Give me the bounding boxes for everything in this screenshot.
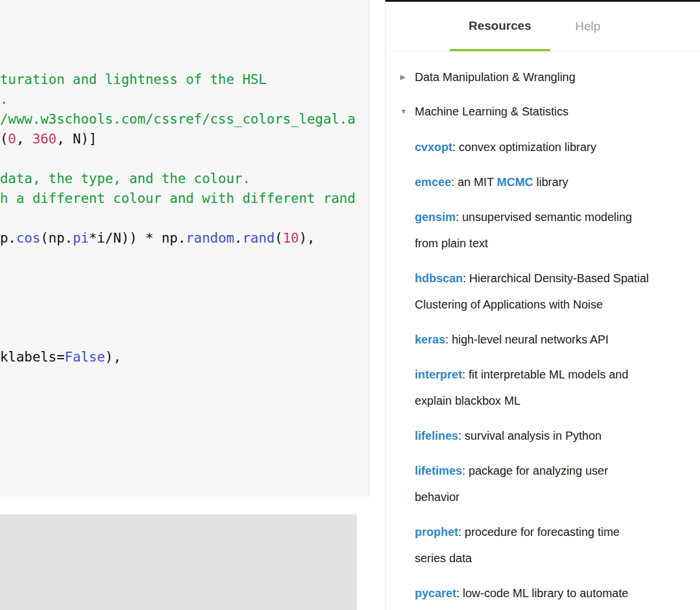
resource-item: hdbscan: Hierarchical Density-Based Spat… [415, 265, 693, 318]
resource-item-line: from plain text [415, 230, 693, 257]
code-line [0, 248, 369, 268]
resource-item: lifelines: survival analysis in Python [415, 423, 693, 449]
code-line [0, 208, 369, 228]
resource-link[interactable]: lifetimes [415, 464, 462, 477]
resource-item: gensim: unsupervised semantic modelingfr… [415, 204, 693, 257]
resource-item-line: series data [415, 545, 693, 572]
resource-link[interactable]: keras [415, 333, 445, 346]
resource-item-line: behavior [415, 484, 693, 510]
code-line: data, the type, and the colour. [0, 169, 369, 188]
resource-item-line: Clustering of Applications with Noise [415, 292, 693, 318]
code-line [0, 327, 369, 347]
resource-item-line: cvxopt: convex optimization library [415, 134, 693, 160]
resource-link[interactable]: pycaret [415, 587, 456, 600]
resource-item-line: interpret: fit interpretable ML models a… [415, 362, 693, 388]
resource-item: lifetimes: package for analyzing userbeh… [415, 458, 693, 510]
resource-link[interactable]: hdbscan [415, 272, 463, 285]
notebook-code-cell[interactable]: turation and lightness of the HSL./www.w… [0, 0, 369, 497]
code-line [0, 307, 369, 327]
resource-description: from plain text [415, 237, 488, 250]
resource-item: interpret: fit interpretable ML models a… [415, 362, 693, 414]
resource-description: : convex optimization library [452, 141, 596, 153]
code-line [0, 288, 369, 307]
resource-link[interactable]: interpret [415, 368, 462, 381]
resource-description: : an MIT [451, 176, 497, 188]
resource-link[interactable]: lifelines [415, 429, 458, 442]
resource-item-line: lifelines: survival analysis in Python [415, 423, 693, 449]
chevron-down-icon[interactable]: ▼ [400, 99, 415, 125]
resource-description: explain blackbox ML [415, 394, 520, 407]
panel-tabs: Resources Help [386, 2, 700, 51]
resource-link[interactable]: emcee [415, 176, 451, 188]
resource-item-line: keras: high-level neural networks API [415, 327, 693, 353]
resource-description: : survival analysis in Python [458, 429, 601, 442]
code-line: turation and lightness of the HSL [0, 69, 369, 89]
resource-description: : low-code ML library to automate [456, 587, 628, 600]
resource-item: cvxopt: convex optimization library [415, 134, 693, 160]
resource-item: pycaret: low-code ML library to automate [415, 580, 693, 607]
resource-description: library [533, 176, 568, 188]
code-block: turation and lightness of the HSL./www.w… [0, 0, 369, 367]
resource-link[interactable]: prophet [415, 525, 458, 538]
resource-item: keras: high-level neural networks API [415, 327, 693, 353]
resource-item-line: emcee: an MIT MCMC library [415, 169, 693, 195]
resource-link[interactable]: gensim [415, 211, 456, 223]
resource-description: : fit interpretable ML models and [462, 368, 628, 381]
resources-tree: ▶Data Manipulation & Wrangling▼Machine L… [386, 51, 700, 607]
resources-panel: Resources Help ▶Data Manipulation & Wran… [385, 0, 700, 610]
resource-link[interactable]: cvxopt [415, 141, 452, 153]
resource-description: series data [415, 552, 472, 565]
notebook-cell-output[interactable] [0, 514, 357, 610]
resource-list: cvxopt: convex optimization libraryemcee… [400, 134, 693, 607]
tree-section-label: Data Manipulation & Wrangling [415, 64, 575, 90]
resource-description: behavior [415, 490, 460, 503]
resource-description: : package for analyzing user [462, 464, 608, 477]
tree-section-header[interactable]: ▼Machine Learning & Statistics [400, 99, 693, 125]
resource-description: : Hierarchical Density-Based Spatial [463, 272, 649, 285]
code-line: (0, 360, N)] [0, 129, 369, 149]
tab-help[interactable]: Help [569, 2, 606, 51]
resource-item-line: prophet: procedure for forecasting time [415, 519, 693, 545]
tab-resources[interactable]: Resources [450, 2, 550, 51]
code-line: . [0, 89, 369, 109]
resource-item-line: lifetimes: package for analyzing user [415, 458, 693, 484]
resource-item-line: explain blackbox ML [415, 388, 693, 414]
code-line: klabels=False), [0, 347, 369, 367]
tree-section-label: Machine Learning & Statistics [415, 99, 568, 125]
chevron-right-icon[interactable]: ▶ [400, 64, 415, 90]
code-line: /www.w3schools.com/cssref/css_colors_leg… [0, 109, 369, 129]
resource-item-line: pycaret: low-code ML library to automate [415, 580, 693, 607]
resource-item-line: gensim: unsupervised semantic modeling [415, 204, 693, 230]
code-line: h a different colour and with different … [0, 188, 369, 208]
code-line [0, 268, 369, 288]
resource-link[interactable]: MCMC [497, 176, 533, 188]
resource-item: prophet: procedure for forecasting times… [415, 519, 693, 572]
resource-description: : high-level neural networks API [445, 333, 608, 346]
resource-description: Clustering of Applications with Noise [415, 298, 603, 311]
resource-description: : unsupervised semantic modeling [456, 211, 632, 223]
resource-item-line: hdbscan: Hierarchical Density-Based Spat… [415, 265, 693, 292]
tree-section-header[interactable]: ▶Data Manipulation & Wrangling [400, 64, 693, 90]
code-line [0, 149, 369, 169]
code-line: p.cos(np.pi*i/N)) * np.random.rand(10), [0, 228, 369, 248]
resource-item: emcee: an MIT MCMC library [415, 169, 693, 195]
resource-description: : procedure for forecasting time [458, 525, 620, 538]
